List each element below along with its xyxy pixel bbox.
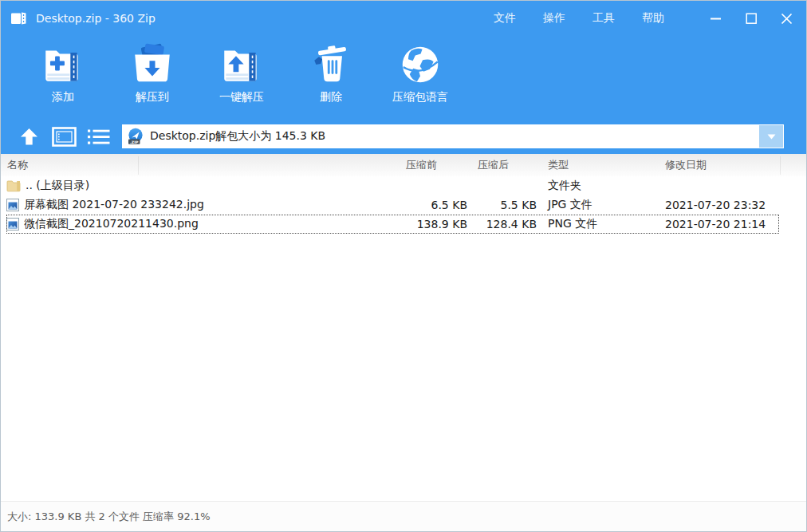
row-size-before: 138.9 KB bbox=[400, 218, 470, 231]
row-size-before: 6.5 KB bbox=[400, 199, 470, 211]
menu-help[interactable]: 帮助 bbox=[642, 11, 664, 26]
header-divider bbox=[780, 156, 781, 175]
row-type: PNG 文件 bbox=[540, 217, 659, 231]
header-divider bbox=[138, 156, 139, 175]
trash-icon bbox=[308, 41, 354, 88]
up-directory-button[interactable] bbox=[18, 126, 40, 148]
list-view-button[interactable] bbox=[86, 127, 111, 147]
one-click-extract-icon bbox=[218, 41, 265, 88]
row-modified: 2021-07-20 23:32 bbox=[659, 199, 806, 211]
address-text: Desktop.zip解包大小为 145.3 KB bbox=[150, 129, 325, 144]
extract-to-button-label: 解压到 bbox=[136, 90, 169, 104]
row-name: .. (上级目录) bbox=[26, 179, 89, 193]
archive-book-icon bbox=[10, 10, 28, 26]
file-row-png[interactable]: 微信截图_20210720211430.png 138.9 KB 128.4 K… bbox=[1, 215, 806, 234]
column-header-size-after[interactable]: 压缩后 bbox=[470, 158, 540, 172]
menu-operation[interactable]: 操作 bbox=[543, 11, 565, 26]
file-row-jpg[interactable]: 屏幕截图 2021-07-20 233242.jpg 6.5 KB 5.5 KB… bbox=[1, 195, 806, 215]
menubar: 文件 操作 工具 帮助 bbox=[494, 11, 664, 26]
menu-file[interactable]: 文件 bbox=[494, 11, 516, 26]
window-controls bbox=[709, 11, 793, 26]
360zip-window: Desktop.zip - 360 Zip 文件 操作 工具 帮助 bbox=[0, 0, 807, 532]
extract-to-icon bbox=[129, 41, 175, 88]
close-button[interactable] bbox=[779, 11, 793, 26]
list-view-icon bbox=[86, 127, 111, 147]
row-modified: 2021-07-20 21:14 bbox=[659, 218, 806, 231]
delete-button[interactable]: 删除 bbox=[293, 36, 369, 119]
column-header-size-before[interactable]: 压缩前 bbox=[400, 158, 470, 172]
one-click-extract-button[interactable]: 一键解压 bbox=[203, 36, 280, 119]
thumbnail-view-button[interactable] bbox=[52, 127, 77, 147]
titlebar: Desktop.zip - 360 Zip 文件 操作 工具 帮助 bbox=[1, 1, 806, 36]
one-click-extract-button-label: 一键解压 bbox=[219, 90, 264, 104]
address-dropdown-button[interactable] bbox=[759, 125, 783, 148]
minimize-button[interactable] bbox=[709, 11, 723, 26]
menu-tools[interactable]: 工具 bbox=[592, 11, 615, 26]
parent-directory-row[interactable]: .. (上级目录) 文件夹 bbox=[1, 176, 806, 195]
row-name: 屏幕截图 2021-07-20 233242.jpg bbox=[24, 198, 204, 212]
globe-icon bbox=[397, 41, 443, 88]
row-size-after: 5.5 KB bbox=[470, 199, 540, 211]
add-button-label: 添加 bbox=[52, 90, 74, 104]
file-list: 名称 压缩前 压缩后 类型 修改日期 .. (上级目录) 文件夹 bbox=[1, 154, 806, 501]
row-type: JPG 文件 bbox=[540, 198, 659, 212]
extract-to-button[interactable]: 解压到 bbox=[114, 36, 191, 119]
column-header-name[interactable]: 名称 bbox=[1, 158, 400, 172]
window-title: Desktop.zip - 360 Zip bbox=[36, 12, 155, 25]
zip-badge-label: .ZIP bbox=[130, 140, 139, 144]
archive-language-button-label: 压缩包语言 bbox=[392, 90, 448, 104]
up-arrow-icon bbox=[18, 126, 40, 148]
address-bar[interactable]: .ZIP Desktop.zip解包大小为 145.3 KB bbox=[122, 124, 784, 148]
row-size-after: 128.4 KB bbox=[470, 218, 540, 231]
navigation-bar: .ZIP Desktop.zip解包大小为 145.3 KB bbox=[1, 119, 806, 154]
image-file-icon bbox=[6, 218, 19, 231]
status-summary: 大小: 133.9 KB 共 2 个文件 压缩率 92.1% bbox=[7, 510, 211, 524]
row-type: 文件夹 bbox=[540, 179, 659, 193]
image-file-icon bbox=[6, 199, 19, 211]
archive-language-button[interactable]: 压缩包语言 bbox=[382, 36, 459, 119]
toolbar: 添加 解压到 bbox=[1, 36, 806, 119]
delete-button-label: 删除 bbox=[320, 90, 342, 104]
column-header-modified[interactable]: 修改日期 bbox=[659, 158, 806, 172]
folder-icon bbox=[6, 179, 21, 192]
maximize-button[interactable] bbox=[744, 11, 758, 26]
add-button[interactable]: 添加 bbox=[25, 36, 101, 119]
column-header-type[interactable]: 类型 bbox=[540, 158, 659, 172]
chevron-down-icon bbox=[767, 134, 776, 140]
list-header: 名称 压缩前 压缩后 类型 修改日期 bbox=[1, 154, 806, 176]
row-name: 微信截图_20210720211430.png bbox=[24, 217, 199, 231]
add-to-archive-icon bbox=[40, 41, 86, 88]
thumbnail-view-icon bbox=[52, 127, 77, 147]
zip-file-icon: .ZIP bbox=[127, 128, 144, 145]
status-bar: 大小: 133.9 KB 共 2 个文件 压缩率 92.1% bbox=[1, 501, 806, 531]
